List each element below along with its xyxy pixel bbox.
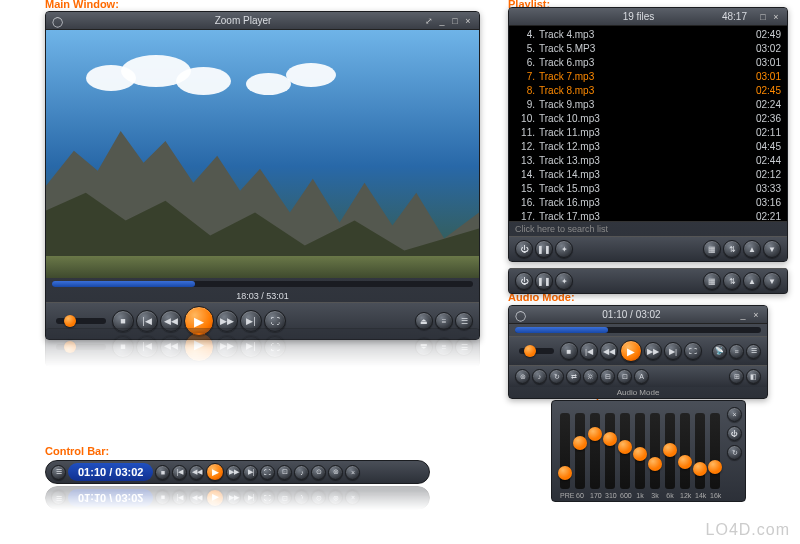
cb-rewind-button[interactable]: ◀◀ — [189, 465, 204, 480]
seek-bar[interactable] — [52, 281, 473, 287]
close-icon[interactable]: × — [463, 16, 473, 26]
rewind-button[interactable]: ◀◀ — [160, 310, 182, 332]
playlist-close-icon[interactable]: × — [771, 12, 781, 22]
cb-full-button[interactable]: ⛶ — [260, 465, 275, 480]
eq-slider-12k[interactable] — [680, 413, 690, 489]
main-titlebar[interactable]: ◯ Zoom Player ⤢ _ □ × — [46, 12, 479, 30]
playlist-maximize-icon[interactable]: □ — [758, 12, 768, 22]
cb-forward-button[interactable]: ▶▶ — [226, 465, 241, 480]
playlist-row[interactable]: 9.Track 9.mp302:24 — [515, 98, 781, 112]
eq-slider-310[interactable] — [605, 413, 615, 489]
audio-btn-g[interactable]: ⊡ — [617, 369, 632, 384]
playlist-down-button[interactable]: ▼ — [763, 240, 781, 258]
audio-btn-f[interactable]: ⊟ — [600, 369, 615, 384]
playlist-row[interactable]: 7.Track 7.mp303:01 — [515, 70, 781, 84]
cb-play-button[interactable]: ▶ — [206, 463, 224, 481]
eq-slider-60[interactable] — [575, 413, 585, 489]
playlist-sort-button[interactable]: ⇅ — [723, 240, 741, 258]
playlist-pause-button[interactable]: ❚❚ — [535, 240, 553, 258]
eq-slider-PRE[interactable] — [560, 413, 570, 489]
audio-next-button[interactable]: ▶| — [664, 342, 682, 360]
cb-menu-button[interactable]: ☰ — [51, 465, 66, 480]
cb-extra3-button[interactable]: ⊙ — [311, 465, 326, 480]
audio-titlebar[interactable]: ◯ 01:10 / 03:02 _ × — [509, 306, 767, 324]
playlist-row[interactable]: 10.Track 10.mp302:36 — [515, 112, 781, 126]
playlist-up-button[interactable]: ▲ — [743, 240, 761, 258]
equalizer-button[interactable]: ≡ — [435, 312, 453, 330]
playlist-titlebar[interactable]: 19 files 48:17 □ × — [509, 8, 787, 26]
audio-stop-button[interactable]: ■ — [560, 342, 578, 360]
audio-close-icon[interactable]: × — [751, 310, 761, 320]
cb-next-button[interactable]: ▶| — [243, 465, 258, 480]
playlist-row[interactable]: 15.Track 15.mp303:33 — [515, 182, 781, 196]
audio-prev-button[interactable]: |◀ — [580, 342, 598, 360]
volume-slider[interactable] — [56, 318, 106, 324]
audio-forward-button[interactable]: ▶▶ — [644, 342, 662, 360]
eq-close-button[interactable]: × — [727, 407, 742, 422]
eject-button[interactable]: ⏏ — [415, 312, 433, 330]
playlist-power-button-2[interactable]: ⏻ — [515, 272, 533, 290]
next-button[interactable]: ▶| — [240, 310, 262, 332]
audio-btn-d[interactable]: ⇄ — [566, 369, 581, 384]
playlist-row[interactable]: 17.Track 17.mp302:21 — [515, 210, 781, 221]
audio-btn-h[interactable]: A — [634, 369, 649, 384]
audio-btn-i[interactable]: ⊞ — [729, 369, 744, 384]
prev-button[interactable]: |◀ — [136, 310, 158, 332]
control-bar[interactable]: ☰ 01:10 / 03:02 ■ |◀ ◀◀ ▶ ▶▶ ▶| ⛶ ⊡ ♪ ⊙ … — [45, 460, 430, 484]
video-viewport[interactable] — [46, 30, 479, 278]
audio-btn-a[interactable]: ⊚ — [515, 369, 530, 384]
eq-slider-16k[interactable] — [710, 413, 720, 489]
eq-power-button[interactable]: ⏻ — [727, 426, 742, 441]
audio-rewind-button[interactable]: ◀◀ — [600, 342, 618, 360]
playlist-row[interactable]: 14.Track 14.mp302:12 — [515, 168, 781, 182]
audio-btn-j[interactable]: ◧ — [746, 369, 761, 384]
audio-list-button[interactable]: ☰ — [746, 344, 761, 359]
playlist-new-button-2[interactable]: ✦ — [555, 272, 573, 290]
playlist-grid-button-2[interactable]: ▦ — [703, 272, 721, 290]
stop-button[interactable]: ■ — [112, 310, 134, 332]
playlist-grid-button[interactable]: ▦ — [703, 240, 721, 258]
playlist-row[interactable]: 11.Track 11.mp302:11 — [515, 126, 781, 140]
eq-slider-6k[interactable] — [665, 413, 675, 489]
playlist-row[interactable]: 16.Track 16.mp303:16 — [515, 196, 781, 210]
playlist-up-button-2[interactable]: ▲ — [743, 272, 761, 290]
playlist-row[interactable]: 5.Track 5.MP303:02 — [515, 42, 781, 56]
playlist-row[interactable]: 4.Track 4.mp302:49 — [515, 28, 781, 42]
eq-slider-14k[interactable] — [695, 413, 705, 489]
eq-slider-3k[interactable] — [650, 413, 660, 489]
playlist-row[interactable]: 8.Track 8.mp302:45 — [515, 84, 781, 98]
eq-slider-1k[interactable] — [635, 413, 645, 489]
cb-extra2-button[interactable]: ♪ — [294, 465, 309, 480]
eq-reset-button[interactable]: ↻ — [727, 445, 742, 460]
eq-slider-600[interactable] — [620, 413, 630, 489]
cb-close-button[interactable]: × — [345, 465, 360, 480]
audio-btn-b[interactable]: ♪ — [532, 369, 547, 384]
minimize-icon[interactable]: _ — [437, 16, 447, 26]
maximize-icon[interactable]: □ — [450, 16, 460, 26]
forward-button[interactable]: ▶▶ — [216, 310, 238, 332]
playlist-sort-button-2[interactable]: ⇅ — [723, 272, 741, 290]
audio-volume-slider[interactable] — [519, 348, 554, 354]
playlist-pause-button-2[interactable]: ❚❚ — [535, 272, 553, 290]
audio-btn-c[interactable]: ↻ — [549, 369, 564, 384]
audio-btn-e[interactable]: ⛭ — [583, 369, 598, 384]
playlist-new-button[interactable]: ✦ — [555, 240, 573, 258]
eq-slider-170[interactable] — [590, 413, 600, 489]
playlist-row[interactable]: 13.Track 13.mp302:44 — [515, 154, 781, 168]
audio-play-button[interactable]: ▶ — [620, 340, 642, 362]
play-button[interactable]: ▶ — [184, 306, 214, 336]
playlist-search-hint[interactable]: Click here to search list — [509, 221, 787, 236]
cb-prev-button[interactable]: |◀ — [172, 465, 187, 480]
playlist-row[interactable]: 12.Track 12.mp304:45 — [515, 140, 781, 154]
playlist-row[interactable]: 6.Track 6.mp303:01 — [515, 56, 781, 70]
audio-seek[interactable] — [515, 327, 761, 333]
playlist-down-button-2[interactable]: ▼ — [763, 272, 781, 290]
audio-eq-button[interactable]: ≡ — [729, 344, 744, 359]
cb-extra4-button[interactable]: ⊚ — [328, 465, 343, 480]
expand-icon[interactable]: ⤢ — [424, 16, 434, 26]
cb-extra1-button[interactable]: ⊡ — [277, 465, 292, 480]
audio-minimize-icon[interactable]: _ — [738, 310, 748, 320]
fullscreen-button[interactable]: ⛶ — [264, 310, 286, 332]
audio-broadcast-button[interactable]: 📡 — [712, 344, 727, 359]
playlist-items[interactable]: 4.Track 4.mp302:495.Track 5.MP303:026.Tr… — [509, 26, 787, 221]
